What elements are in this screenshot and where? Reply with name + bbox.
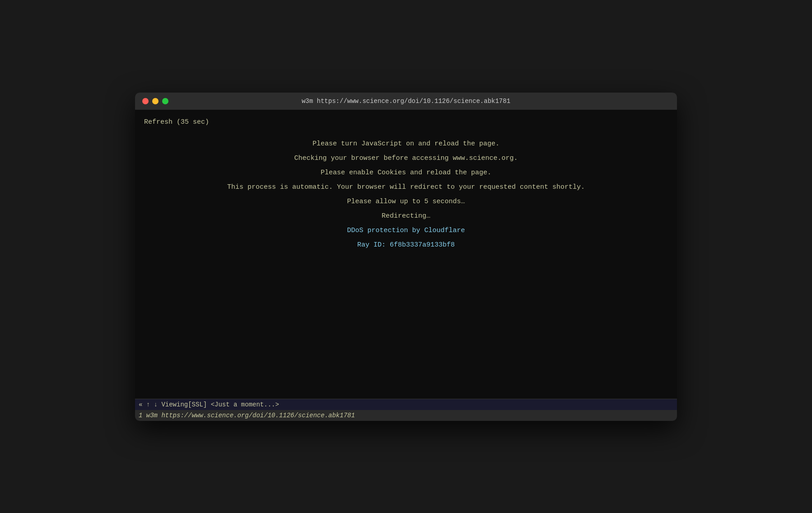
- minimize-button[interactable]: [152, 98, 159, 104]
- checking-message: Checking your browser before accessing w…: [162, 153, 650, 164]
- status-bar-bottom: 1 w3m https://www.science.org/doi/10.112…: [135, 410, 677, 421]
- close-button[interactable]: [142, 98, 149, 104]
- allow-message: Please allow up to 5 seconds…: [162, 196, 650, 207]
- js-message: Please turn JavaScript on and reload the…: [162, 139, 650, 149]
- terminal-content: Refresh (35 sec) Please turn JavaScript …: [135, 110, 677, 399]
- maximize-button[interactable]: [162, 98, 168, 104]
- refresh-line: Refresh (35 sec): [144, 117, 668, 128]
- automatic-message: This process is automatic. Your browser …: [162, 182, 650, 193]
- traffic-lights: [142, 98, 168, 104]
- content-block: Please turn JavaScript on and reload the…: [144, 139, 668, 251]
- redirecting-message: Redirecting…: [162, 211, 650, 222]
- terminal-window: w3m https://www.science.org/doi/10.1126/…: [135, 93, 677, 421]
- ddos-message: DDoS protection by Cloudflare: [162, 225, 650, 236]
- spacer: [144, 254, 668, 390]
- ray-id: Ray ID: 6f8b3337a9133bf8: [162, 240, 650, 251]
- window-title: w3m https://www.science.org/doi/10.1126/…: [302, 98, 510, 105]
- titlebar: w3m https://www.science.org/doi/10.1126/…: [135, 93, 677, 110]
- cookies-message: Please enable Cookies and reload the pag…: [162, 168, 650, 178]
- status-bar-top: « ↑ ↓ Viewing[SSL] <Just a moment...>: [135, 399, 677, 410]
